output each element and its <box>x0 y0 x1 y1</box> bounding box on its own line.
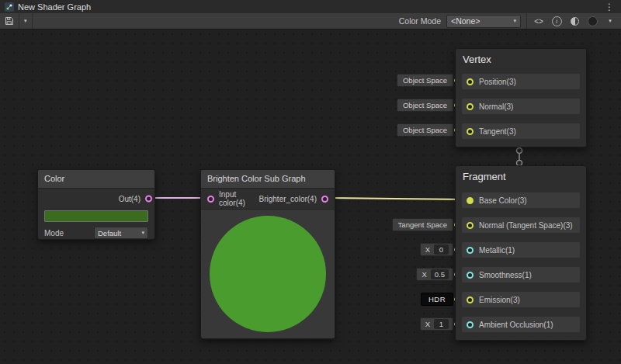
binding-label: Object Space <box>403 126 447 134</box>
port-label: Brighter_color(4) <box>259 195 317 203</box>
binding-label: Object Space <box>403 101 447 109</box>
port-ambient-occlusion: Ambient Occlusion(1) <box>462 317 580 332</box>
ambient-occlusion-value-field[interactable]: 1 <box>434 319 449 329</box>
port-label: Position(3) <box>479 78 516 86</box>
color-mode-label: Color Mode <box>399 16 441 26</box>
binding-normal-space: Object Space <box>397 99 453 112</box>
save-icon <box>5 16 14 26</box>
link-port-top-icon[interactable] <box>517 148 522 154</box>
toolbar-right-group: Color Mode <None> ▾ <> i ▾ <box>399 13 621 29</box>
metallic-value-field[interactable]: 0 <box>434 244 449 255</box>
port-label: Input color(4) <box>219 190 259 207</box>
mode-row: Mode Default ▾ <box>38 225 154 239</box>
port-tangent: Tangent(3) <box>462 123 580 139</box>
port-emission: Emission(3) <box>462 292 580 307</box>
graph-canvas[interactable]: Object Space Object Space Object Space T… <box>0 29 621 364</box>
port-connector-icon[interactable] <box>207 196 214 203</box>
port-position: Position(3) <box>462 74 580 89</box>
contrast-circle-icon <box>571 17 579 26</box>
color-mode-dropdown[interactable]: <None> ▾ <box>446 15 521 28</box>
mode-value: Default <box>98 229 121 237</box>
port-label: Base Color(3) <box>479 196 527 205</box>
port-connector-icon[interactable] <box>467 272 474 279</box>
toolbar-separator <box>526 13 527 29</box>
binding-metallic: X 0 <box>420 243 453 256</box>
graph-inspector-button[interactable]: i <box>550 13 563 29</box>
kebab-menu-icon[interactable]: ⋮ <box>602 2 616 12</box>
port-label: Smoothness(1) <box>479 271 532 279</box>
port-input-color: Input color(4) <box>207 190 259 207</box>
port-connector-icon[interactable] <box>467 128 474 135</box>
smoothness-value-field[interactable]: 0.5 <box>431 269 449 279</box>
info-icon: i <box>552 16 562 26</box>
port-connector-icon[interactable] <box>467 197 474 204</box>
binding-tangent-space: Object Space <box>397 123 453 137</box>
binding-smoothness: X 0.5 <box>416 268 453 281</box>
save-asset-button[interactable] <box>0 13 19 29</box>
node-preview-area <box>201 210 335 338</box>
port-out: Out(4) <box>38 189 154 209</box>
port-connector-icon[interactable] <box>467 247 474 254</box>
node-vertex[interactable]: Vertex Position(3) Normal(3) Tangent(3) <box>455 48 587 147</box>
binding-ambient-occlusion: X 1 <box>420 317 453 331</box>
port-connector-icon[interactable] <box>321 196 328 203</box>
account-button[interactable] <box>586 13 598 29</box>
node-subgraph-title: Brighten Color Sub Graph <box>201 170 335 189</box>
port-label: Tangent(3) <box>479 127 516 136</box>
vertex-ports: Position(3) Normal(3) Tangent(3) <box>456 69 586 147</box>
window-titlebar: New Shader Graph ⋮ <box>0 0 621 13</box>
color-mode-value: <None> <box>451 16 480 26</box>
port-label: Emission(3) <box>479 296 520 304</box>
shader-preview-sphere <box>210 216 326 332</box>
port-connector-icon[interactable] <box>467 103 474 110</box>
account-circle-icon <box>588 16 598 26</box>
view-code-button[interactable]: <> <box>533 13 545 29</box>
node-brighten-color-subgraph[interactable]: Brighten Color Sub Graph Input color(4) … <box>200 169 335 339</box>
port-label: Normal(3) <box>479 102 513 111</box>
node-fragment-title: Fragment <box>456 166 586 186</box>
subgraph-ports-row: Input color(4) Brighter_color(4) <box>201 189 335 210</box>
binding-label: Tangent Space <box>398 220 447 229</box>
color-swatch[interactable] <box>44 210 148 222</box>
port-label: Ambient Occlusion(1) <box>479 321 553 329</box>
axis-label: X <box>425 245 430 254</box>
port-connector-icon[interactable] <box>467 222 474 229</box>
window-title: New Shader Graph <box>18 2 91 12</box>
port-smoothness: Smoothness(1) <box>462 267 580 283</box>
node-vertex-title: Vertex <box>456 49 586 69</box>
shader-graph-icon <box>5 2 14 12</box>
binding-position-space: Object Space <box>397 74 453 87</box>
save-options-button[interactable]: ▾ <box>19 13 33 29</box>
main-preview-toggle-button[interactable] <box>568 13 581 29</box>
node-color[interactable]: Color Out(4) Mode Default ▾ <box>37 169 155 240</box>
port-normal-tangent-space: Normal (Tangent Space)(3) <box>462 217 580 233</box>
axis-label: X <box>425 320 430 328</box>
port-label: Normal (Tangent Space)(3) <box>479 221 573 230</box>
chevron-down-icon: ▾ <box>141 230 144 236</box>
port-brighter-color: Brighter_color(4) <box>259 195 328 203</box>
edge-subgraph-output-to-base-color[interactable] <box>329 198 469 199</box>
binding-label: Object Space <box>403 76 447 85</box>
port-connector-icon[interactable] <box>145 196 152 203</box>
port-base-color: Base Color(3) <box>462 192 580 208</box>
chevron-down-icon: ▾ <box>513 18 516 24</box>
mode-label: Mode <box>44 229 64 237</box>
graph-toolbar: ▾ Color Mode <None> ▾ <> i ▾ <box>0 13 621 29</box>
binding-emission-hdr[interactable]: HDR <box>421 293 453 306</box>
port-connector-icon[interactable] <box>467 321 474 328</box>
port-label: Metallic(1) <box>479 246 515 255</box>
port-connector-icon[interactable] <box>467 296 474 303</box>
hdr-label: HDR <box>428 295 446 303</box>
port-normal: Normal(3) <box>462 99 580 114</box>
toolbar-options-button[interactable]: ▾ <box>604 13 616 29</box>
chevron-down-icon: ▾ <box>609 18 612 24</box>
code-icon: <> <box>534 17 543 26</box>
node-color-title: Color <box>38 170 154 189</box>
mode-dropdown[interactable]: Default ▾ <box>94 227 148 239</box>
port-connector-icon[interactable] <box>467 78 474 85</box>
chevron-down-icon: ▾ <box>24 18 27 24</box>
port-metallic: Metallic(1) <box>462 242 580 258</box>
fragment-ports: Base Color(3) Normal (Tangent Space)(3) … <box>456 186 586 340</box>
node-fragment[interactable]: Fragment Base Color(3) Normal (Tangent S… <box>455 165 587 341</box>
axis-label: X <box>422 270 426 279</box>
